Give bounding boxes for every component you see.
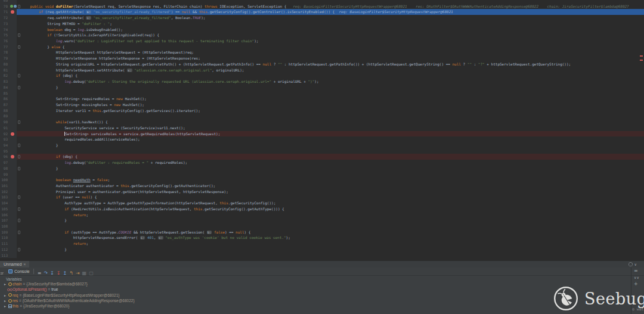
fold-gutter[interactable] — [17, 194, 21, 200]
code-line-79[interactable]: 79 HttpServletResponse httpServletRespon… — [0, 55, 644, 61]
code-line-97[interactable]: 97 log.debug("doFilter : requiredRoles =… — [0, 160, 644, 166]
fold-gutter[interactable] — [17, 102, 21, 108]
gutter[interactable] — [10, 253, 17, 259]
code-line-102[interactable]: 102 Principal user = authenticator.getUs… — [0, 189, 644, 195]
gutter[interactable] — [10, 154, 17, 160]
expand-arrow-icon[interactable]: ▸ — [3, 293, 7, 297]
gutter[interactable] — [10, 38, 17, 44]
chevron-down-icon[interactable]: ∨∨ — [631, 274, 644, 281]
gutter[interactable] — [10, 4, 17, 10]
gutter[interactable] — [10, 113, 17, 119]
fold-gutter[interactable] — [17, 148, 21, 154]
gutter[interactable] — [10, 79, 17, 85]
gutter[interactable] — [10, 235, 17, 241]
code-line-84[interactable]: 84 } — [0, 85, 644, 91]
expand-arrow-icon[interactable]: ▸ — [3, 299, 7, 303]
gutter[interactable] — [10, 27, 17, 33]
gutter[interactable] — [10, 96, 17, 102]
gutter[interactable] — [10, 189, 17, 195]
code-line-81[interactable]: 81 httpServletRequest.setAttribute( s: "… — [0, 67, 644, 73]
gutter[interactable] — [10, 142, 17, 148]
variable-row[interactable]: ▸res={OAuthFilter$OAuthWWWAuthenticateAd… — [0, 298, 644, 303]
close-icon[interactable]: × — [23, 262, 26, 266]
fold-gutter[interactable] — [17, 125, 21, 131]
code-line-99[interactable]: 99 — [0, 172, 644, 178]
fold-gutter[interactable] — [17, 79, 21, 85]
gutter[interactable] — [10, 229, 17, 235]
code-line-77[interactable]: 77 } else { — [0, 44, 644, 50]
fold-gutter[interactable] — [17, 172, 21, 178]
fold-gutter[interactable] — [17, 21, 21, 27]
code-line-78[interactable]: 78 HttpServletRequest httpServletRequest… — [0, 49, 644, 55]
breakpoint-icon[interactable] — [11, 132, 14, 136]
code-line-91[interactable]: 91 SecurityService service = (SecuritySe… — [0, 125, 644, 131]
code-line-95[interactable]: 95 — [0, 148, 644, 154]
gutter[interactable] — [10, 32, 17, 38]
fold-gutter[interactable] — [17, 177, 21, 183]
code-line-83[interactable]: 83 log.debug("doFilter : Storing the ori… — [0, 79, 644, 85]
fold-gutter[interactable] — [17, 113, 21, 119]
fold-gutter[interactable] — [17, 119, 21, 125]
fold-gutter[interactable] — [17, 61, 21, 67]
fold-gutter[interactable] — [17, 32, 21, 38]
variable-row[interactable]: ▸chain={JiraSecurityFilter$lambda@68027} — [0, 281, 644, 287]
gutter[interactable] — [10, 102, 17, 108]
gutter[interactable] — [10, 15, 17, 21]
fold-gutter[interactable] — [17, 67, 21, 73]
breakpoint-icon[interactable] — [11, 155, 14, 158]
run-to-cursor-icon[interactable]: ⇥ — [76, 271, 80, 276]
code-line-75[interactable]: 75 if (!SecurityUtils.isSeraphFilteringD… — [0, 32, 644, 38]
code-line-101[interactable]: 101 Authenticator authenticator = this.g… — [0, 183, 644, 189]
code-line-88[interactable]: 88 Iterator var11 = this.getSecurityConf… — [0, 108, 644, 114]
code-line-105[interactable]: 105 if (RedirectUtils.isBasicAuthenticat… — [0, 206, 644, 212]
variable-row[interactable]: Optional.isPresent()=true — [0, 287, 644, 292]
gutter[interactable] — [10, 131, 17, 137]
code-line-113[interactable]: 113 — [0, 253, 644, 259]
code-line-73[interactable]: 73 String METHOD = "doFilter : "; — [0, 21, 644, 27]
gutter[interactable] — [10, 9, 17, 15]
fold-gutter[interactable] — [17, 160, 21, 166]
gutter[interactable] — [10, 247, 17, 253]
gutter[interactable] — [10, 183, 17, 189]
gutter[interactable] — [10, 148, 17, 154]
fold-gutter[interactable] — [17, 73, 21, 79]
gutter[interactable] — [10, 223, 17, 229]
code-line-94[interactable]: 94 } — [0, 142, 644, 148]
gutter[interactable] — [10, 125, 17, 131]
gutter[interactable] — [10, 85, 17, 91]
fold-gutter[interactable] — [17, 108, 21, 114]
fold-gutter[interactable] — [17, 217, 21, 223]
gutter[interactable] — [10, 108, 17, 114]
fold-gutter[interactable] — [17, 49, 21, 55]
code-line-109[interactable]: 109 if (authType == AuthType.COOKIE && h… — [0, 229, 644, 235]
fold-gutter[interactable] — [17, 229, 21, 235]
hamburger-icon[interactable]: ≡ — [38, 271, 42, 276]
gutter[interactable] — [10, 194, 17, 200]
hamburger-icon[interactable]: ≡ — [631, 268, 644, 274]
gutter[interactable] — [10, 119, 17, 125]
code-line-89[interactable]: 89 — [0, 113, 644, 119]
fold-gutter[interactable] — [17, 183, 21, 189]
code-line-87[interactable]: 87 Set<String> missingRoles = new HashSe… — [0, 102, 644, 108]
code-line-86[interactable]: 86 Set<String> requiredRoles = new HashS… — [0, 96, 644, 102]
code-line-71[interactable]: 71 if (req.getAttribute( s: "os_security… — [0, 9, 644, 15]
gutter[interactable] — [10, 160, 17, 166]
fold-gutter[interactable] — [17, 15, 21, 21]
fold-gutter[interactable] — [17, 200, 21, 206]
fold-gutter[interactable] — [17, 4, 21, 10]
code-line-112[interactable]: 112 } — [0, 247, 644, 253]
tab-console[interactable]: Console — [8, 269, 30, 273]
fold-gutter[interactable] — [17, 27, 21, 33]
fold-gutter[interactable] — [17, 85, 21, 91]
fold-gutter[interactable] — [17, 212, 21, 218]
fold-gutter[interactable] — [17, 223, 21, 229]
scrollbar-error-mark[interactable] — [640, 55, 643, 57]
code-line-96[interactable]: 96 if (dbg) { — [0, 154, 644, 160]
code-line-92[interactable]: 92 Set<String> serviceRoles = service.ge… — [0, 131, 644, 137]
code-line-98[interactable]: 98 } — [0, 166, 644, 172]
drop-frame-icon[interactable]: ↰ — [69, 271, 73, 276]
fold-gutter[interactable] — [17, 9, 21, 15]
fold-gutter[interactable] — [17, 96, 21, 102]
code-line-110[interactable]: 110 httpServletResponse.sendError( i: 40… — [0, 235, 644, 241]
code-line-85[interactable]: 85 — [0, 91, 644, 97]
